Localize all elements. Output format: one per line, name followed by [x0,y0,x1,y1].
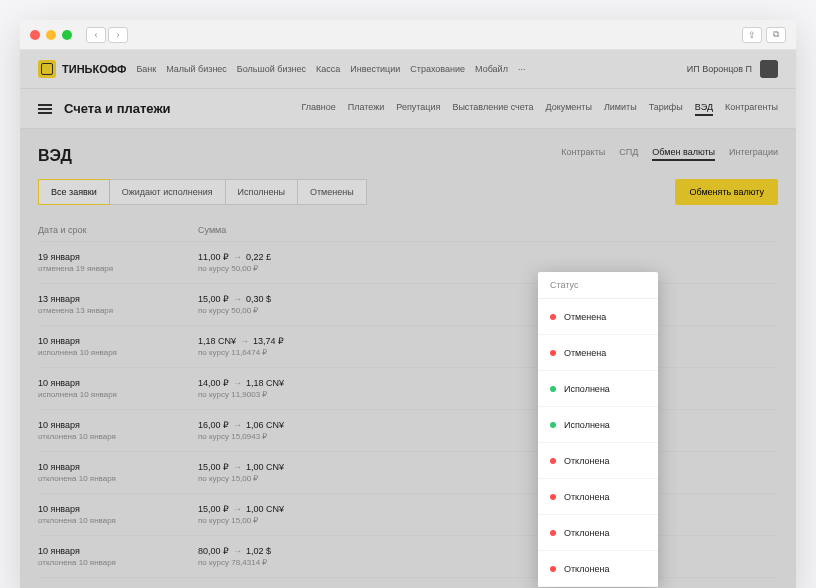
brand-logo[interactable]: ТИНЬКОФФ [38,60,126,78]
filter-button[interactable]: Отменены [298,179,367,205]
subnav-item[interactable]: Лимиты [604,102,637,116]
status-dot-icon [550,350,556,356]
table-row[interactable]: 13 январяотменена 13 января15,00 ₽→0,30 … [38,284,778,326]
row-date: 10 января [38,378,198,388]
row-date: 10 января [38,546,198,556]
row-date: 19 января [38,252,198,262]
status-dot-icon [550,422,556,428]
status-item[interactable]: Исполнена [538,371,658,407]
exchange-button[interactable]: Обменять валюту [675,179,778,205]
page-tab[interactable]: Интеграции [729,147,778,161]
status-item[interactable]: Исполнена [538,407,658,443]
row-date-sub: отклонена 10 января [38,516,198,525]
back-button[interactable]: ‹ [86,27,106,43]
topnav-item[interactable]: Малый бизнес [166,64,227,74]
topnav-item[interactable]: Мобайл [475,64,508,74]
row-sum: 15,00 ₽→1,00 CN¥ [198,462,398,472]
topnav-item[interactable]: ··· [518,64,526,74]
status-item[interactable]: Отменена [538,299,658,335]
status-dot-icon [550,458,556,464]
row-rate: по курсу 15,0943 ₽ [198,432,398,441]
row-date-sub: отменена 19 января [38,264,198,273]
table-row[interactable]: 19 январяотменена 19 января11,00 ₽→0,22 … [38,242,778,284]
filter-button[interactable]: Все заявки [38,179,110,205]
browser-nav: ‹ › [86,27,128,43]
table-row[interactable]: 10 январяисполнена 10 января1,18 CN¥→13,… [38,326,778,368]
status-item[interactable]: Отклонена [538,479,658,515]
titlebar: ‹ › ⇪ ⧉ [20,20,796,50]
subbar: Счета и платежи ГлавноеПлатежиРепутацияВ… [20,89,796,129]
subnav-item[interactable]: Документы [546,102,592,116]
col-date: Дата и срок [38,225,198,235]
row-date-sub: отклонена 10 января [38,558,198,567]
row-rate: по курсу 15,00 ₽ [198,474,398,483]
forward-button[interactable]: › [108,27,128,43]
filter-button[interactable]: Исполнены [226,179,298,205]
table-row[interactable]: 10 январяисполнена 10 января14,00 ₽→1,18… [38,368,778,410]
row-rate: по курсу 11,6474 ₽ [198,348,398,357]
account-area[interactable]: ИП Воронцов П [687,60,778,78]
row-sum: 11,00 ₽→0,22 £ [198,252,398,262]
subnav-item[interactable]: Выставление счета [452,102,533,116]
row-date-sub: исполнена 10 января [38,348,198,357]
table-row[interactable]: 10 январяотклонена 10 января15,00 ₽→1,00… [38,494,778,536]
table-header: Дата и срок Сумма [38,219,778,242]
minimize-icon[interactable] [46,30,56,40]
content: ТИНЬКОФФ БанкМалый бизнесБольшой бизнесК… [20,50,796,588]
tabs-button[interactable]: ⧉ [766,27,786,43]
maximize-icon[interactable] [62,30,72,40]
row-date: 13 января [38,294,198,304]
subnav-item[interactable]: Тарифы [649,102,683,116]
col-sum: Сумма [198,225,398,235]
table-row[interactable]: 10 январяотклонена 10 января80,00 ₽→1,02… [38,536,778,578]
subnav-item[interactable]: Главное [301,102,335,116]
filter-row: Все заявкиОжидают исполненияИсполненыОтм… [38,179,778,205]
page-tab[interactable]: СПД [619,147,638,161]
table-row[interactable]: 10 январяотклонена 10 января15,00 ₽→1,00… [38,452,778,494]
topnav-item[interactable]: Страхование [410,64,465,74]
status-dot-icon [550,386,556,392]
page-tabs: КонтрактыСПДОбмен валютыИнтеграции [561,147,778,161]
close-icon[interactable] [30,30,40,40]
status-label: Отклонена [564,456,609,466]
subnav-item[interactable]: ВЭД [695,102,713,116]
row-rate: по курсу 15,00 ₽ [198,516,398,525]
status-item[interactable]: Отклонена [538,515,658,551]
page-tab[interactable]: Контракты [561,147,605,161]
status-dot-icon [550,494,556,500]
topnav-item[interactable]: Банк [136,64,156,74]
table-body: 19 январяотменена 19 января11,00 ₽→0,22 … [38,242,778,578]
topnav-item[interactable]: Касса [316,64,340,74]
sub-nav: ГлавноеПлатежиРепутацияВыставление счета… [301,102,778,116]
status-item[interactable]: Отклонена [538,551,658,587]
status-label: Отклонена [564,564,609,574]
filter-button[interactable]: Ожидают исполнения [110,179,226,205]
status-label: Исполнена [564,384,610,394]
row-sum: 15,00 ₽→1,00 CN¥ [198,504,398,514]
row-date: 10 января [38,462,198,472]
status-label: Отменена [564,312,606,322]
brand-name: ТИНЬКОФФ [62,63,126,75]
status-item[interactable]: Отклонена [538,443,658,479]
row-date-sub: отменена 13 января [38,306,198,315]
page-tab[interactable]: Обмен валюты [652,147,715,161]
row-date: 10 января [38,504,198,514]
status-label: Отклонена [564,492,609,502]
table-row[interactable]: 10 январяотклонена 10 января16,00 ₽→1,06… [38,410,778,452]
share-button[interactable]: ⇪ [742,27,762,43]
status-label: Отклонена [564,528,609,538]
row-date-sub: отклонена 10 января [38,474,198,483]
status-item[interactable]: Отменена [538,335,658,371]
subnav-item[interactable]: Платежи [348,102,385,116]
topnav-item[interactable]: Большой бизнес [237,64,306,74]
subnav-item[interactable]: Репутация [396,102,440,116]
top-nav: БанкМалый бизнесБольшой бизнесКассаИнвес… [136,64,525,74]
subnav-item[interactable]: Контрагенты [725,102,778,116]
menu-icon[interactable] [38,104,52,114]
account-label: ИП Воронцов П [687,64,752,74]
section-title: Счета и платежи [64,101,171,116]
topnav-item[interactable]: Инвестиции [350,64,400,74]
logo-icon [38,60,56,78]
topbar: ТИНЬКОФФ БанкМалый бизнесБольшой бизнесК… [20,50,796,89]
row-date-sub: отклонена 10 января [38,432,198,441]
